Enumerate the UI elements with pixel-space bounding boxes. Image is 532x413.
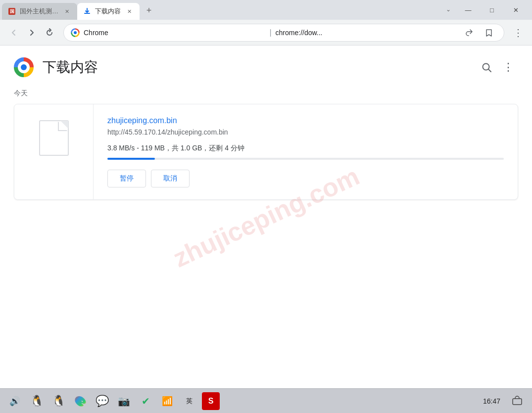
chrome-logo [14,57,34,77]
file-type-icon [39,120,69,156]
file-url: http://45.59.170.14/zhujiceping.com.bin [107,128,504,136]
progress-text: 3.8 MB/s - 119 MB，共 1.0 GB，还剩 4 分钟 [107,144,504,153]
card-actions: 暂停 取消 [107,170,504,187]
page-title: 下载内容 [43,58,468,77]
lang-label: 英 [184,396,194,407]
taskbar: 🔊 🐧 🐧 🎨 💬 📷 ✔ 📶 英 S 16:47 [0,388,532,413]
page-header-actions: ⋮ [477,57,518,77]
progress-bar-fill [107,158,155,160]
download-card: zhujiceping.com.bin http://45.59.170.14/… [14,104,518,200]
svg-line-6 [488,69,491,72]
new-tab-button[interactable]: + [142,3,156,18]
taskbar-camera-icon[interactable]: 📷 [115,392,133,410]
taskbar-volume-icon[interactable]: 🔊 [6,392,24,410]
forward-button[interactable] [24,25,40,41]
page-header: 下载内容 ⋮ [0,46,532,85]
taskbar-notification-icon[interactable] [508,392,526,410]
taskbar-qq2-icon[interactable]: 🐧 [49,392,67,410]
taskbar-qq1-icon[interactable]: 🐧 [28,392,46,410]
svg-point-1 [74,31,77,34]
tab-inactive-title: 国外主机测… [20,7,58,16]
progress-bar-container [107,158,504,160]
taskbar-lang-badge[interactable]: 英 [180,392,198,410]
window-controls: ⌄ — □ ✕ [441,2,530,20]
taskbar-wechat-icon[interactable]: 💬 [93,392,111,410]
card-info-area: zhujiceping.com.bin http://45.59.170.14/… [94,104,518,199]
taskbar-clock: 16:47 [483,397,500,405]
address-bar[interactable]: Chrome | chrome://dow... [63,24,504,42]
card-file-icon-area [14,104,94,199]
tab-active[interactable]: 下载内容 ✕ [77,3,140,20]
cancel-button[interactable]: 取消 [151,170,190,187]
browser-toolbar: Chrome | chrome://dow... ⋮ [0,20,532,46]
tab-inactive[interactable]: 国 国外主机测… ✕ [2,3,77,20]
title-bar: 国 国外主机测… ✕ 下载内容 ✕ + ⌄ — □ ✕ [0,0,532,20]
close-button[interactable]: ✕ [504,2,527,18]
page-content: zhujiceping.com 下载内容 [0,46,532,388]
address-separator: | [269,28,271,37]
tab-inactive-icon: 国 [8,7,16,15]
browser-window: 国 国外主机测… ✕ 下载内容 ✕ + ⌄ — □ ✕ [0,0,532,413]
reload-button[interactable] [42,25,57,41]
pause-button[interactable]: 暂停 [107,170,146,187]
more-actions-button[interactable]: ⋮ [498,57,518,77]
file-icon-corner [60,121,68,129]
taskbar-wifi-icon[interactable]: 📶 [158,392,176,410]
search-downloads-button[interactable] [477,57,496,77]
minimize-button[interactable]: — [457,2,480,18]
share-button[interactable] [461,25,477,41]
taskbar-check-icon[interactable]: ✔ [137,392,154,410]
section-label-today: 今天 [0,85,532,104]
toolbar-right: ⋮ [510,25,526,41]
back-button[interactable] [6,25,22,41]
svg-point-4 [21,64,27,70]
browser-menu-button[interactable]: ⋮ [510,25,526,41]
address-url: chrome://dow... [276,29,457,37]
chevron-icon: ⌄ [441,2,456,17]
address-site-name: Chrome [84,29,265,37]
tab-active-icon [83,7,91,15]
sougou-label: S [206,396,216,407]
bookmark-button[interactable] [481,25,497,41]
svg-rect-7 [513,399,522,405]
tab-close-active[interactable]: ✕ [125,7,134,16]
file-name-link[interactable]: zhujiceping.com.bin [107,116,504,125]
taskbar-color-icon[interactable]: 🎨 [71,392,89,410]
chrome-site-icon [71,28,80,37]
tab-close-inactive[interactable]: ✕ [62,7,71,16]
tab-active-title: 下载内容 [95,7,121,16]
taskbar-sougou-badge[interactable]: S [202,392,220,410]
maximize-button[interactable]: □ [481,2,503,18]
